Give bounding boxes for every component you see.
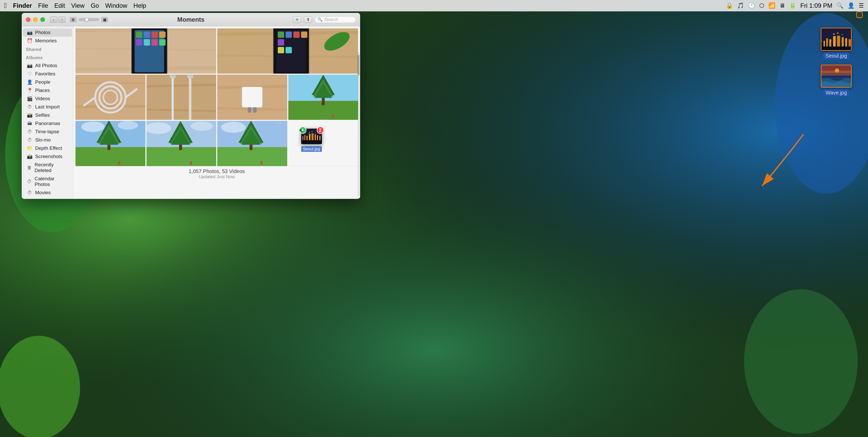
people-icon: 👤 <box>27 79 33 85</box>
slo-mo-icon: ⏱ <box>27 137 33 143</box>
content-area[interactable]: ⛶ + 2 <box>73 26 360 199</box>
svg-rect-66 <box>332 115 334 119</box>
photo-drop-zone[interactable]: + 2 <box>288 121 358 166</box>
svg-rect-21 <box>159 39 165 46</box>
seoul-thumbnail <box>821 28 852 51</box>
photo-item[interactable] <box>288 75 358 120</box>
photo-item[interactable]: ⛶ <box>217 121 287 166</box>
menubar-user-icon[interactable]: 👤 <box>847 2 855 9</box>
desktop-file-seoul[interactable]: Seoul.jpg <box>821 28 852 59</box>
svg-line-44 <box>147 85 216 87</box>
photo-item[interactable] <box>75 75 146 120</box>
sidebar-item-people[interactable]: 👤 People <box>23 78 72 86</box>
svg-rect-82 <box>190 161 192 165</box>
menu-help[interactable]: Help <box>133 2 146 9</box>
sidebar-item-last-import[interactable]: ⏱ Last Import <box>23 103 72 111</box>
sidebar-item-photos[interactable]: 📷 Photos <box>23 28 72 37</box>
menu-finder[interactable]: Finder <box>13 2 32 9</box>
sidebar-item-vsco-cam[interactable]: 📷 VSCO Cam <box>23 197 72 199</box>
traffic-lights <box>26 17 45 22</box>
apple-menu[interactable]:  <box>4 2 7 10</box>
sidebar-item-all-photos[interactable]: 📷 All Photos <box>23 61 72 70</box>
slo-mo-label: Slo-mo <box>35 137 51 143</box>
titlebar: ‹ › ⊞ ▦ Moments + ⬆ 🔍 Search <box>22 13 360 26</box>
close-button[interactable] <box>26 17 30 22</box>
vsco-cam-icon: 📷 <box>27 198 33 199</box>
share-button[interactable]: ⬆ <box>304 16 312 23</box>
svg-rect-111 <box>829 39 831 46</box>
menubar-wifi: 📶 <box>768 2 775 9</box>
svg-rect-110 <box>826 38 828 46</box>
photo-item[interactable] <box>75 28 216 73</box>
albums-label: Albums <box>22 53 73 61</box>
menu-window[interactable]: Window <box>105 2 127 9</box>
menu-view[interactable]: View <box>71 2 85 9</box>
svg-rect-56 <box>248 107 251 112</box>
sidebar-item-panoramas[interactable]: 🏔 Panoramas <box>23 119 72 128</box>
vsco-cam-label: VSCO Cam <box>35 198 61 199</box>
svg-point-75 <box>118 121 138 130</box>
photo-item[interactable] <box>147 121 216 166</box>
wave-label: Wave.jpg <box>824 89 849 96</box>
svg-rect-100 <box>312 133 314 140</box>
menu-file[interactable]: File <box>38 2 48 9</box>
forward-button[interactable]: › <box>58 17 66 23</box>
sidebar-item-recently-deleted[interactable]: 🗑 Recently Deleted <box>23 161 72 175</box>
desktop-file-wave[interactable]: Wave.jpg <box>821 65 852 96</box>
scroll-indicator[interactable] <box>358 52 360 196</box>
sidebar-item-selfies[interactable]: 📸 Selfies <box>23 111 72 119</box>
maximize-button[interactable] <box>40 17 45 22</box>
selfies-icon: 📸 <box>27 112 33 118</box>
photo-item[interactable] <box>217 28 358 73</box>
menubar-search-icon[interactable]: 🔍 <box>836 2 843 9</box>
last-import-icon: ⏱ <box>27 104 33 110</box>
sidebar-item-time-lapse[interactable]: ⏱ Time-lapse <box>23 128 72 136</box>
menubar-left:  Finder File Edit View Go Window Help <box>4 2 146 10</box>
svg-rect-43 <box>147 75 216 120</box>
svg-rect-97 <box>304 135 305 140</box>
zoom-slider[interactable] <box>79 18 99 21</box>
sidebar-item-depth-effect[interactable]: 📁 Depth Effect <box>23 144 72 152</box>
photos-window: ‹ › ⊞ ▦ Moments + ⬆ 🔍 Search 📷 Photo <box>22 13 360 199</box>
sidebar-item-calendar-photos[interactable]: ⏱ Calendar Photos <box>23 175 72 189</box>
svg-rect-15 <box>144 32 150 38</box>
photo-item[interactable] <box>147 75 216 120</box>
view-toggle[interactable]: ▦ <box>101 17 108 22</box>
nav-buttons: ‹ › <box>50 17 66 23</box>
svg-rect-19 <box>144 39 150 46</box>
sidebar-item-screenshots[interactable]: 📸 Screenshots <box>23 152 72 161</box>
svg-rect-109 <box>824 41 825 46</box>
menu-go[interactable]: Go <box>91 2 99 9</box>
add-button[interactable]: + <box>293 16 301 23</box>
sidebar-item-places[interactable]: 📍 Places <box>23 86 72 95</box>
sidebar-item-videos[interactable]: 🎬 Videos <box>23 95 72 103</box>
svg-rect-103 <box>319 136 320 140</box>
photo-6-svg <box>288 75 358 120</box>
sidebar-item-slo-mo[interactable]: ⏱ Slo-mo <box>23 136 72 144</box>
status-updated: Updated Just Now <box>78 174 356 180</box>
calendar-photos-label: Calendar Photos <box>35 176 68 187</box>
svg-point-106 <box>315 132 316 133</box>
search-icon: 🔍 <box>317 17 323 22</box>
svg-point-124 <box>835 68 839 72</box>
svg-rect-116 <box>848 39 851 46</box>
svg-rect-29 <box>293 32 300 38</box>
sidebar-item-movies[interactable]: ⏱ Movies <box>23 189 72 197</box>
minimize-button[interactable] <box>33 17 38 22</box>
dragging-label: Seoul.jpg <box>301 146 322 152</box>
back-button[interactable]: ‹ <box>50 17 57 23</box>
svg-rect-115 <box>845 38 847 46</box>
menu-edit[interactable]: Edit <box>54 2 65 9</box>
photo-item[interactable] <box>217 75 287 120</box>
svg-point-74 <box>82 121 104 132</box>
svg-rect-55 <box>242 87 262 107</box>
search-box[interactable]: 🔍 Search <box>315 16 356 23</box>
status-count: 1,057 Photos, 53 Videos <box>78 168 356 174</box>
grid-view-icon[interactable]: ⊞ <box>70 17 76 22</box>
sidebar-item-favorites[interactable]: ♡ Favorites <box>23 70 72 78</box>
svg-text:⛶: ⛶ <box>277 121 281 124</box>
menubar-menu-icon[interactable]: ☰ <box>859 2 864 9</box>
photo-row-2 <box>75 75 358 120</box>
sidebar-item-memories[interactable]: ⏰ Memories <box>23 37 72 45</box>
photo-item[interactable] <box>75 121 146 166</box>
